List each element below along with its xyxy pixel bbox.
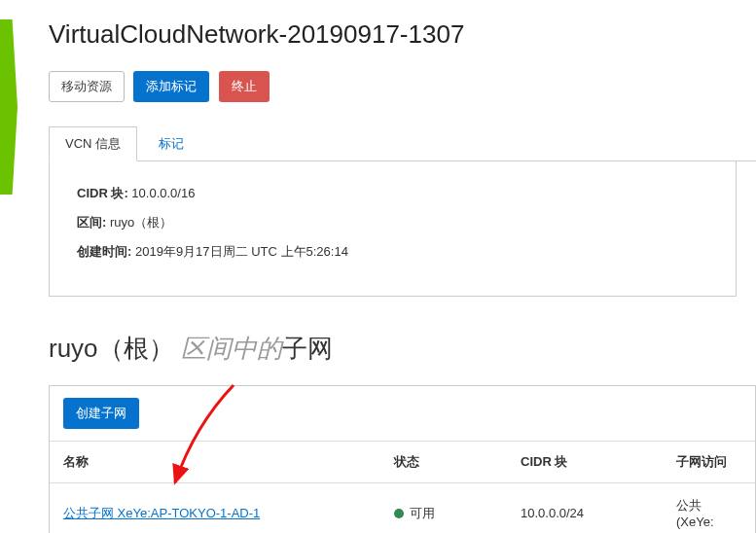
- info-created-label: 创建时间:: [77, 244, 131, 259]
- section-resource: 子网: [282, 334, 333, 363]
- subnet-name-link[interactable]: 公共子网 XeYe:AP-TOKYO-1-AD-1: [63, 506, 260, 520]
- info-compartment-label: 区间:: [77, 215, 106, 230]
- status-accent: [0, 19, 18, 195]
- info-cidr-value: 10.0.0.0/16: [131, 186, 195, 200]
- tab-tags[interactable]: 标记: [142, 126, 200, 161]
- subnet-table: 名称 状态 CIDR 块 子网访问 公共子网 XeYe:AP-TOKYO-1-A…: [50, 441, 755, 533]
- subnet-status: 可用: [410, 506, 435, 520]
- col-access: 子网访问: [663, 442, 755, 483]
- table-row: 公共子网 XeYe:AP-TOKYO-1-AD-1 可用 10.0.0.0/24…: [50, 483, 755, 534]
- section-compartment: ruyo（根）: [49, 334, 174, 363]
- info-cidr-label: CIDR 块:: [77, 186, 128, 200]
- col-name: 名称: [50, 442, 380, 483]
- move-resource-button[interactable]: 移动资源: [49, 71, 125, 102]
- info-compartment: 区间: ruyo（根）: [77, 214, 708, 231]
- subnet-access: 公共 (XeYe:: [663, 483, 755, 534]
- detail-tabs: VCN 信息 标记: [49, 125, 756, 161]
- create-subnet-button[interactable]: 创建子网: [63, 398, 139, 429]
- info-created: 创建时间: 2019年9月17日周二 UTC 上午5:26:14: [77, 243, 708, 261]
- subnet-section-title: ruyo（根） 区间中的子网: [49, 332, 756, 366]
- add-tag-button[interactable]: 添加标记: [133, 71, 209, 102]
- terminate-button[interactable]: 终止: [219, 71, 270, 102]
- action-toolbar: 移动资源 添加标记 终止: [49, 71, 756, 102]
- col-cidr: CIDR 块: [507, 442, 663, 483]
- subnet-table-wrap: 创建子网 名称 状态 CIDR 块 子网访问 公共子网 XeYe:AP-TOKY…: [49, 385, 756, 533]
- page-title: VirtualCloudNetwork-20190917-1307: [49, 19, 756, 50]
- section-in-text: 区间中的: [181, 334, 282, 363]
- col-status: 状态: [380, 442, 507, 483]
- status-dot-icon: [394, 509, 404, 518]
- info-compartment-value: ruyo（根）: [110, 215, 172, 230]
- info-panel: CIDR 块: 10.0.0.0/16 区间: ruyo（根） 创建时间: 20…: [49, 161, 737, 297]
- tab-vcn-info[interactable]: VCN 信息: [49, 126, 137, 161]
- info-created-value: 2019年9月17日周二 UTC 上午5:26:14: [135, 244, 348, 259]
- subnet-cidr: 10.0.0.0/24: [507, 483, 663, 534]
- info-cidr: CIDR 块: 10.0.0.0/16: [77, 185, 708, 202]
